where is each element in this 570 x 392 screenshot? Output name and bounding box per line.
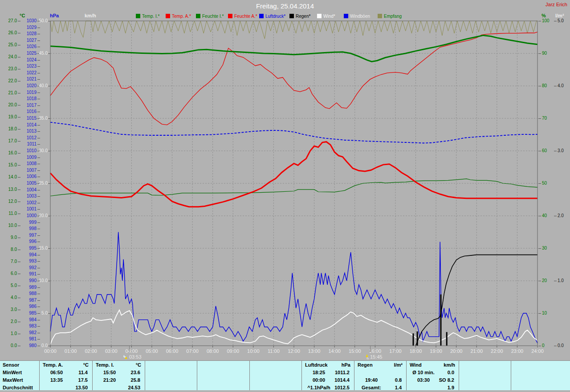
legend-item-empfang[interactable]: Empfang — [378, 14, 402, 19]
tick-hpa — [37, 66, 40, 67]
legend-item-luftdruck[interactable]: Luftdruck* — [259, 14, 285, 19]
table-col-name: Temp. I. — [96, 362, 114, 368]
xlabel: 01:00 — [61, 348, 81, 354]
tick-kmh — [48, 151, 50, 151]
ylabel-hpa: 1008 — [20, 162, 37, 166]
ylabel-hpa: 1027 — [20, 38, 37, 43]
legend-item-tempi[interactable]: Temp. I.* — [136, 14, 159, 19]
legend-item-label: Feuchte A.* — [234, 14, 257, 19]
ylabel-temp_c: 4.0 — [2, 295, 17, 300]
axis-header-%: % — [542, 13, 546, 18]
ylabel-hpa: 1009 — [20, 155, 37, 160]
ylabel-hpa: 994 — [20, 253, 37, 257]
table-separator — [301, 361, 302, 390]
xlabel: 14:00 — [324, 348, 345, 354]
page-title: Freitag, 25.04.2014 — [0, 2, 570, 10]
tick-hpa — [37, 333, 40, 333]
axis-header-°C: °C — [20, 13, 25, 18]
tick-hpa — [37, 268, 40, 268]
tick-hpa — [37, 229, 40, 229]
ylabel-temp_c: 18.0 — [2, 127, 17, 131]
xlabel: 18:00 — [406, 348, 426, 354]
table-separator — [459, 361, 459, 390]
xlabel: 09:00 — [223, 348, 243, 354]
tick-kmh — [48, 281, 50, 281]
table-col-name: Luftdruck — [305, 362, 328, 368]
tick-kmh — [48, 346, 50, 346]
axis-header-hPa: hPa — [50, 13, 59, 18]
ylabel-hpa: 998 — [20, 226, 37, 231]
ylabel-temp_c: 24.0 — [2, 55, 17, 59]
ylabel-temp_c: 16.0 — [2, 151, 17, 155]
tick-kmh — [48, 248, 50, 249]
ylabel-kmh: 15.0 — [31, 246, 48, 251]
ylabel-hpa: 1023 — [20, 64, 37, 69]
table-cell-value: 0.8 — [358, 377, 402, 383]
table-cell-value: 13.50 — [43, 385, 88, 390]
table-col-unit: °C — [66, 362, 89, 368]
tick-pct — [538, 86, 541, 86]
tick-hpa — [37, 34, 40, 34]
ylabel-kmh: 10.0 — [31, 279, 48, 283]
tick-hpa — [37, 170, 40, 171]
ylabel-hpa: 982 — [20, 331, 37, 335]
moon-marker: 03:53 — [123, 354, 142, 360]
tick-hpa — [37, 112, 40, 112]
ylabel-kmh: 20.0 — [31, 214, 48, 218]
tick-kmh — [48, 86, 50, 86]
ylabel-hpa: 996 — [20, 239, 37, 244]
xlabel: 04:00 — [121, 348, 142, 354]
legend-item-windben[interactable]: Windböen — [344, 14, 370, 19]
legend-swatch-icon — [317, 14, 322, 18]
legend-item-label: Empfang — [384, 14, 402, 19]
tick-hpa — [37, 203, 40, 203]
ylabel-hpa: 1024 — [20, 58, 37, 62]
ylabel-temp_c: 9.0 — [2, 235, 17, 240]
ylabel-temp_c: 3.0 — [2, 307, 17, 312]
moon-marker: 15:45 — [364, 354, 383, 360]
ylabel-temp_c: 22.0 — [2, 79, 17, 83]
ylabel-hpa: 1017 — [20, 103, 37, 108]
tick-lm2 — [554, 21, 557, 21]
xlabel: 10:00 — [243, 348, 264, 354]
tick-hpa — [37, 222, 40, 223]
legend-item-tempa[interactable]: Temp. A.* — [166, 14, 191, 19]
ylabel-temp_c: 27.0 — [2, 19, 17, 23]
ylabel-hpa: 993 — [20, 259, 37, 263]
table-col-unit: km/h — [433, 362, 455, 368]
ylabel-hpa: 1006 — [20, 174, 37, 179]
legend-item-wind[interactable]: Wind* — [317, 14, 335, 19]
ylabel-kmh: 50.0 — [31, 19, 48, 23]
tick-hpa — [37, 105, 40, 106]
table-separator — [39, 361, 40, 390]
ylabel-kmh: 0.0 — [31, 344, 48, 348]
ylabel-kmh: 30.0 — [31, 149, 48, 153]
moonrise-icon — [123, 354, 129, 360]
ylabel-temp_c: 13.0 — [2, 187, 17, 192]
ylabel-temp_c: 23.0 — [2, 67, 17, 71]
table-col-unit: hPa — [328, 362, 350, 368]
table-row-label: Durchschnitt — [3, 385, 33, 390]
axis-header-km/h: km/h — [85, 13, 96, 18]
marker-time: 15:45 — [370, 354, 383, 360]
legend-item-feuchtei[interactable]: Feuchte I.* — [196, 14, 224, 19]
xlabel: 24:00 — [527, 348, 548, 354]
legend-item-feuchtea[interactable]: Feuchte A.* — [228, 14, 257, 19]
table-cell-value: 1014.4 — [305, 377, 350, 383]
table-col-unit: l/m² — [380, 362, 403, 368]
legend-item-label: Regen* — [296, 14, 310, 19]
stats-table: SensorMinWertMaxWertDurchschnittTemp. A.… — [0, 360, 570, 390]
legend-item-label: Windböen — [350, 14, 370, 19]
tick-hpa — [37, 164, 40, 164]
tick-hpa — [37, 158, 40, 158]
ylabel-temp_c: 19.0 — [2, 115, 17, 119]
moonset-icon — [364, 354, 370, 360]
ylabel-temp_c: 1.0 — [2, 331, 17, 336]
table-cell-value: 25.8 — [96, 377, 140, 383]
tick-hpa — [37, 60, 40, 61]
tick-pct — [538, 216, 541, 216]
tick-lm2 — [554, 216, 557, 216]
tick-hpa — [37, 320, 40, 320]
legend-item-regen[interactable]: Regen* — [289, 14, 310, 19]
ylabel-hpa: 1002 — [20, 201, 37, 205]
